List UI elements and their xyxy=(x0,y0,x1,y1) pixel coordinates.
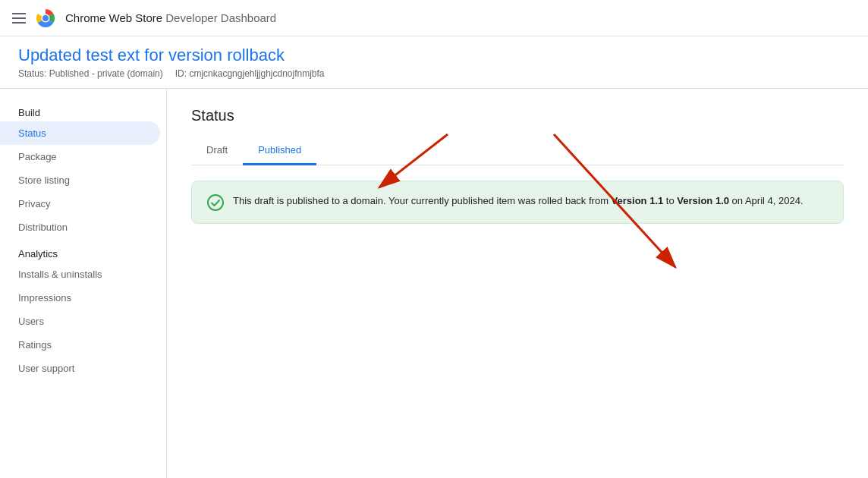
chrome-logo xyxy=(35,8,56,29)
alert-text-post: on April 4, 2024. xyxy=(729,195,804,206)
sidebar-item-impressions[interactable]: Impressions xyxy=(0,286,160,310)
menu-icon[interactable] xyxy=(12,13,26,24)
sidebar-item-privacy[interactable]: Privacy xyxy=(0,192,160,215)
alert-version-from: Version 1.1 xyxy=(612,195,664,206)
sidebar: Build Status Package Store listing Priva… xyxy=(0,89,167,478)
sidebar-item-distribution[interactable]: Distribution xyxy=(0,215,160,239)
main-content: Status Draft Published This draft is pub… xyxy=(167,89,868,478)
sidebar-item-store-listing[interactable]: Store listing xyxy=(0,168,160,192)
status-badge: Status: Published - private (domain) xyxy=(18,68,163,79)
sidebar-item-status[interactable]: Status xyxy=(0,121,160,145)
sidebar-item-package[interactable]: Package xyxy=(0,145,160,168)
tab-bar: Draft Published xyxy=(191,137,844,165)
sidebar-build-label: Build xyxy=(0,101,166,121)
main-section-title: Status xyxy=(191,107,844,124)
sidebar-item-user-support[interactable]: User support xyxy=(0,357,160,380)
tab-draft[interactable]: Draft xyxy=(191,137,243,165)
alert-message: This draft is published to a domain. You… xyxy=(233,193,804,209)
alert-text-mid: to xyxy=(663,195,677,206)
check-circle-icon xyxy=(207,194,224,211)
tab-published[interactable]: Published xyxy=(243,137,316,165)
sidebar-item-users[interactable]: Users xyxy=(0,310,160,333)
subheader: Updated test ext for version rollback St… xyxy=(0,36,868,89)
alert-version-to: Version 1.0 xyxy=(677,195,729,206)
extension-id: ID: cmjcnkacgngjehljjghjcdnojfnmjbfa xyxy=(175,68,325,79)
sidebar-item-ratings[interactable]: Ratings xyxy=(0,333,160,357)
page-title: Updated test ext for version rollback xyxy=(18,46,850,65)
sidebar-item-installs[interactable]: Installs & uninstalls xyxy=(0,263,160,286)
alert-text-pre: This draft is published to a domain. You… xyxy=(233,195,612,206)
svg-point-3 xyxy=(208,195,223,210)
subheader-meta: Status: Published - private (domain) ID:… xyxy=(18,68,850,79)
topbar: Chrome Web Store Developer Dashboard xyxy=(0,0,868,36)
topbar-title: Chrome Web Store Developer Dashboard xyxy=(65,11,276,24)
sidebar-analytics-label: Analytics xyxy=(0,239,166,263)
svg-point-2 xyxy=(42,15,49,21)
layout: Build Status Package Store listing Priva… xyxy=(0,89,868,478)
status-alert: This draft is published to a domain. You… xyxy=(191,181,844,224)
